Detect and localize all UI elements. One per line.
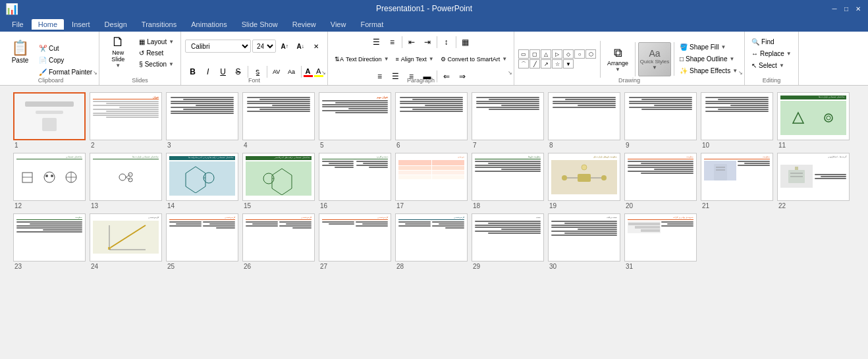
font-family-select[interactable]: Calibri [185,40,251,53]
shape-curved[interactable]: ⌒ [518,59,529,69]
slide-item[interactable]: مقاومت 20 [624,153,697,209]
tab-home[interactable]: Home [32,19,64,30]
indent-increase-button[interactable]: ⇥ [420,36,435,49]
slide-item[interactable]: کاربیوشیمی 27 [319,213,391,270]
tab-design[interactable]: Design [98,19,134,30]
slide-thumb-29[interactable]: نتیجه [472,213,544,262]
tab-animations[interactable]: Animations [184,19,233,30]
columns-button[interactable]: ▦ [458,36,473,49]
slide-thumb-17[interactable]: بررسی [395,153,468,201]
slide-thumb-10[interactable] [701,92,773,140]
slide-item[interactable]: 7 [472,92,544,149]
tab-transitions[interactable]: Transitions [135,19,183,30]
slide-item[interactable]: مقاومت [701,153,773,209]
slide-thumb-31[interactable]: جمع‌بندی نهایی و ۳ ارائه [624,213,697,262]
shape-rounded-rect[interactable]: ▢ [529,49,540,59]
new-slide-button[interactable]: 🗋 NewSlide ▼ [103,34,132,69]
shape-star[interactable]: ☆ [552,59,562,69]
slide-item[interactable]: 10 [701,92,773,149]
slide-item[interactable]: ساختمان شیمیایی بازدارنده‌ها 13 [90,153,162,209]
tab-format[interactable]: Format [354,19,390,30]
shape-effects-button[interactable]: ✨ Shape Effects ▼ [677,66,740,76]
shape-oval[interactable]: ○ [574,49,585,59]
slide-panel[interactable]: 1 عنوان 2 [0,86,868,359]
slide-thumb-19[interactable]: مقاومت داروهای بازدارنده‌ای [548,153,620,201]
shape-triangle[interactable]: △ [541,49,551,59]
slide-thumb-2[interactable]: عنوان [90,92,162,140]
slide-item[interactable]: مقاومت داروهای بازدارنده‌ای [548,153,620,209]
maximize-button[interactable]: □ [842,4,851,13]
slide-thumb-1[interactable] [13,92,86,140]
paragraph-expand[interactable]: ↘ [508,70,512,76]
slide-thumb-18[interactable]: مقاومت داروها [472,153,544,201]
slide-item[interactable]: جمع‌بندی نهایی و ۳ ارائه [624,213,697,270]
slide-item[interactable]: کاربیوشیمی 24 [90,213,162,270]
slide-thumb-4[interactable] [242,92,315,140]
tab-file[interactable]: File [5,19,30,30]
slide-item[interactable]: ساختمان شیمیایی بازدارنده‌ها 11 [777,92,850,149]
slide-item[interactable]: بررسی 17 [395,153,468,209]
paste-button[interactable]: 📋 Paste [7,34,34,69]
slide-item[interactable]: 3 [166,92,238,149]
shape-hexagon[interactable]: ⬡ [585,49,596,59]
slide-item[interactable]: عنوان مهم 5 [319,92,391,149]
copy-button[interactable]: 📄 Copy [36,55,95,65]
shape-connector[interactable]: ↗ [541,59,551,69]
find-button[interactable]: 🔍 Find [749,37,794,47]
slide-thumb-25[interactable]: کاربیوشیمی [166,213,238,262]
line-spacing-button[interactable]: ↕ [439,36,454,49]
slide-item[interactable]: ساختمان شیمیایی ترکیب‌های آنتی‌کانسر 15 [242,153,315,209]
slide-thumb-27[interactable]: کاربیوشیمی [319,213,391,262]
drawing-expand[interactable]: ↘ [738,70,743,76]
slide-thumb-5[interactable]: عنوان مهم [319,92,391,140]
slide-item[interactable]: ساختمان شیمیایی ترکیب‌ها و برخی آنتی‌متا… [166,153,238,209]
slide-item[interactable]: کاربیوشیمی 25 [166,213,238,270]
font-expand[interactable]: ↘ [321,70,326,76]
slide-thumb-20[interactable]: مقاومت [624,153,697,201]
replace-button[interactable]: ↔ Replace ▼ [749,49,794,59]
slide-thumb-16[interactable]: دسته و کاربرد [319,153,391,201]
slide-item[interactable]: گزینه‌ها - اشکال دوپی [777,153,850,209]
slide-item[interactable]: مقاومت 23 [13,213,86,270]
shape-line[interactable]: ╱ [529,59,540,69]
shape-rect[interactable]: ▭ [518,49,529,59]
arrange-button[interactable]: ⧉ Arrange ▼ [603,41,632,78]
align-text-button[interactable]: ≡ Align Text ▼ [393,55,437,64]
increase-font-button[interactable]: A↑ [277,40,292,53]
slide-thumb-7[interactable] [472,92,544,140]
slide-item[interactable]: عنوان 2 [90,92,162,149]
slide-thumb-12[interactable]: ساختمان شیمیایی [13,153,86,201]
shape-outline-button[interactable]: □ Shape Outline ▼ [677,54,740,64]
convert-smartart-button[interactable]: ⚙ Convert to SmartArt ▼ [438,55,510,64]
slide-item[interactable]: مقاومت داروها 18 [472,153,544,209]
close-button[interactable]: ✕ [854,4,863,13]
slide-item[interactable]: کاربیوشیمی 26 [242,213,315,270]
font-size-select[interactable]: 24 [252,40,276,53]
decrease-font-button[interactable]: A↓ [293,40,308,53]
slide-thumb-3[interactable] [166,92,238,140]
slide-thumb-11[interactable]: ساختمان شیمیایی بازدارنده‌ها [777,92,850,140]
layout-button[interactable]: ▦ Layout ▼ [136,37,176,47]
slide-thumb-15[interactable]: ساختمان شیمیایی ترکیب‌های آنتی‌کانسر [242,153,315,201]
reset-button[interactable]: ↺ Reset [136,48,176,58]
slide-thumb-14[interactable]: ساختمان شیمیایی ترکیب‌ها و برخی آنتی‌متا… [166,153,238,201]
slide-item[interactable]: نتیجه 29 [472,213,544,270]
tab-insert[interactable]: Insert [65,19,97,30]
slide-thumb-30[interactable]: نتیجه دریافت [548,213,620,262]
select-button[interactable]: ↖ Select ▼ [749,61,794,70]
shape-arrow-right[interactable]: ▷ [552,49,562,59]
slide-item[interactable]: ساختمان شیمیایی 12 [13,153,86,209]
cut-button[interactable]: ✂️ Cut [36,43,95,53]
slide-thumb-28[interactable]: کاربیوشیمی [395,213,468,262]
slide-thumb-23[interactable]: مقاومت [13,213,86,262]
indent-decrease-button[interactable]: ⇤ [404,36,419,49]
slide-thumb-21[interactable]: مقاومت [701,153,773,201]
quick-styles-button[interactable]: Aa Quick Styles ▼ [638,42,671,76]
slide-thumb-8[interactable] [548,92,620,140]
tab-review[interactable]: Review [286,19,323,30]
slide-thumb-13[interactable]: ساختمان شیمیایی بازدارنده‌ها [90,153,162,201]
slide-thumb-6[interactable] [395,92,468,140]
tab-slideshow[interactable]: Slide Show [235,19,285,30]
slide-thumb-24[interactable]: کاربیوشیمی [90,213,162,262]
tab-view[interactable]: View [324,19,353,30]
